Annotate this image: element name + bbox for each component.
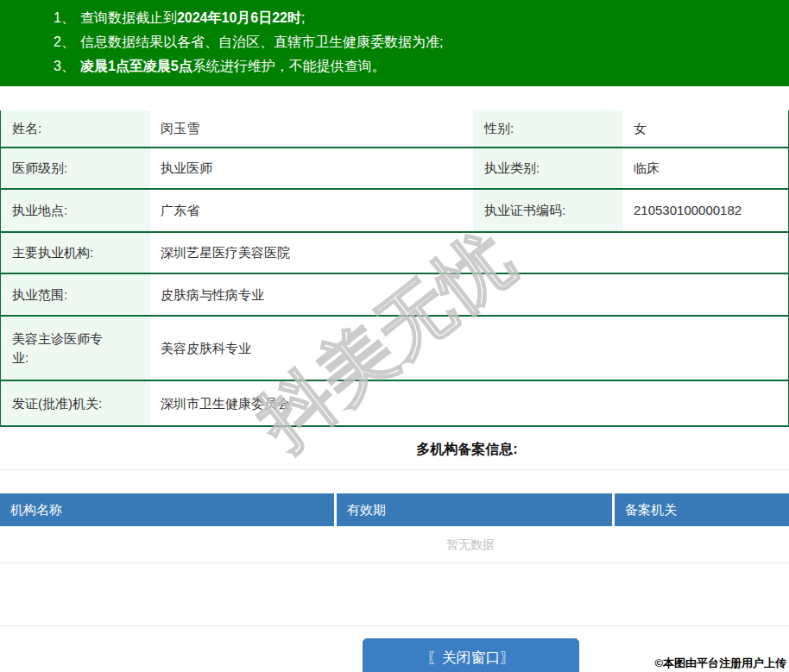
notice-banner: 1、查询数据截止到2024年10月6日22时; 2、信息数据结果以各省、自治区、… [0,0,789,86]
info-row-level-category: 医师级别: 执业医师 执业类别: 临床 [1,148,788,190]
notice-text: 信息数据结果以各省、自治区、直辖市卫生健康委数据为准; [80,35,443,49]
practice-location-value: 广东省 [150,190,473,231]
no-data-message: 暂无数据 [0,526,789,563]
doctor-level-label: 医师级别: [1,148,150,188]
certificate-number-value: 210530100000182 [622,190,788,231]
practice-category-value: 临床 [622,148,788,188]
cosmetic-specialty-value: 美容皮肤科专业 [150,317,788,380]
query-result-page: 1、查询数据截止到2024年10月6日22时; 2、信息数据结果以各省、自治区、… [0,0,789,672]
footer-divider [0,625,789,626]
certificate-number-label: 执业证书编码: [473,190,622,231]
column-filing-authority: 备案机关 [615,493,789,526]
filing-table-header: 机构名称 有效期 备案机关 [0,493,789,526]
name-label: 姓名: [1,110,150,147]
practice-scope-value: 皮肤病与性病专业 [150,274,788,315]
info-row-main-institution: 主要执业机构: 深圳艺星医疗美容医院 [1,233,788,274]
notice-text: 查询数据截止到 [80,10,177,25]
notice-number: 2、 [54,35,75,49]
practice-category-label: 执业类别: [473,148,622,188]
main-institution-label: 主要执业机构: [1,233,150,273]
notice-text-bold: 凌晨1点至凌晨5点 [80,59,193,73]
issuing-authority-label: 发证(批准)机关: [1,381,150,425]
notice-item: 2、信息数据结果以各省、自治区、直辖市卫生健康委数据为准; [54,30,780,54]
practitioner-info-table: 姓名: 闵玉雪 性别: 女 医师级别: 执业医师 执业类别: 临床 执业地点: … [0,110,789,427]
notice-text-bold: 2024年10月6日22时 [177,10,301,25]
filing-section-title: 多机构备案信息: [416,442,517,456]
practice-scope-label: 执业范围: [1,274,150,315]
close-window-button[interactable]: 〖关闭窗口〗 [363,638,579,672]
notice-number: 3、 [54,59,75,73]
gender-value: 女 [622,110,788,147]
practice-location-label: 执业地点: [1,190,150,231]
main-institution-value: 深圳艺星医疗美容医院 [150,233,788,273]
name-value: 闵玉雪 [150,110,473,147]
info-row-issuing-authority: 发证(批准)机关: 深圳市卫生健康委员会 [1,381,788,427]
notice-item: 3、凌晨1点至凌晨5点系统进行维护，不能提供查询。 [54,54,780,79]
info-row-cosmetic-specialty: 美容主诊医师专业: 美容皮肤科专业 [1,317,788,381]
filing-section: 多机构备案信息: [0,427,789,470]
cosmetic-specialty-label: 美容主诊医师专业: [1,317,150,380]
issuing-authority-value: 深圳市卫生健康委员会 [150,381,788,425]
info-row-practice-scope: 执业范围: 皮肤病与性病专业 [1,274,788,317]
info-row-location-certificate: 执业地点: 广东省 执业证书编码: 210530100000182 [1,190,788,233]
notice-number: 1、 [54,10,75,25]
doctor-level-value: 执业医师 [150,148,473,188]
notice-text: ; [301,10,305,25]
copyright-watermark: ©本图由平台注册用户上传 [654,656,786,671]
column-institution-name: 机构名称 [0,493,337,526]
notice-item: 1、查询数据截止到2024年10月6日22时; [54,6,780,30]
info-row-name-gender: 姓名: 闵玉雪 性别: 女 [1,110,788,148]
gender-label: 性别: [473,110,622,147]
column-validity-period: 有效期 [337,493,615,526]
notice-text: 系统进行维护，不能提供查询。 [193,59,386,73]
